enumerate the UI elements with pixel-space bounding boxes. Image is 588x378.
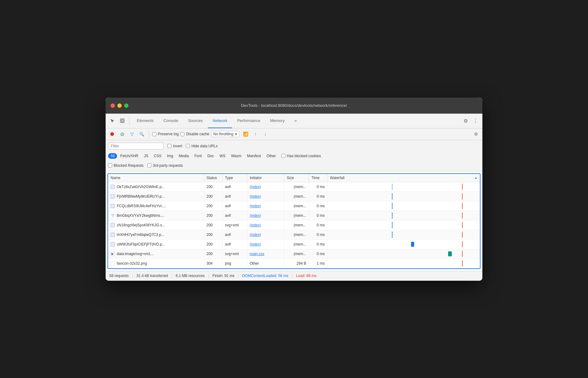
filter-btn-css[interactable]: CSS bbox=[151, 153, 164, 159]
minimize-button[interactable] bbox=[117, 103, 122, 108]
filter-btn-ws[interactable]: WS bbox=[217, 153, 228, 159]
waterfall-red-line-6 bbox=[462, 232, 463, 238]
waterfall-dashed-line-3 bbox=[392, 203, 393, 209]
initiator-link-5[interactable]: (index) bbox=[250, 223, 261, 227]
throttle-selector[interactable]: No throttling ▼ bbox=[211, 131, 240, 137]
block-icon[interactable]: ⊘ bbox=[118, 130, 126, 138]
disable-cache-label[interactable]: Disable cache bbox=[180, 132, 209, 136]
tab-network[interactable]: Network bbox=[208, 113, 233, 128]
close-button[interactable] bbox=[111, 103, 115, 108]
filter-btn-img[interactable]: Img bbox=[165, 153, 176, 159]
cell-type-5: svg+xml bbox=[222, 220, 247, 230]
table-row[interactable]: uWWJfuFbpiClEFjPTdVD.p... 200 avif (inde… bbox=[108, 239, 480, 249]
wifi-icon[interactable]: 📶 bbox=[242, 130, 250, 138]
initiator-link-7[interactable]: (index) bbox=[250, 242, 261, 246]
filter-btn-wasm[interactable]: Wasm bbox=[229, 153, 244, 159]
network-settings-icon[interactable]: ⚙ bbox=[472, 130, 480, 138]
filter-btn-fetchxhr[interactable]: Fetch/XHR bbox=[118, 153, 141, 159]
column-size[interactable]: Size bbox=[284, 174, 309, 182]
table-row[interactable]: favicon-32x32.png 304 png Other 294 B 1 … bbox=[108, 258, 480, 268]
cell-status-6: 200 bbox=[204, 230, 222, 239]
filter-btn-other[interactable]: Other bbox=[264, 153, 278, 159]
column-type[interactable]: Type bbox=[222, 174, 247, 182]
cell-status-2: 200 bbox=[204, 191, 222, 201]
table-row[interactable]: rhXHHi7yxFm6IqiwQ7C3.p... 200 avif (inde… bbox=[108, 230, 480, 239]
column-status[interactable]: Status bbox=[204, 174, 222, 182]
filter-btn-all[interactable]: All bbox=[108, 153, 117, 159]
maximize-button[interactable] bbox=[124, 103, 128, 108]
inspector-icon[interactable] bbox=[118, 116, 127, 125]
column-initiator[interactable]: Initiator bbox=[247, 174, 284, 182]
record-icon[interactable] bbox=[108, 130, 116, 138]
invert-label[interactable]: Invert bbox=[167, 144, 182, 148]
has-blocked-cookies-label[interactable]: Has blocked cookies bbox=[281, 154, 321, 158]
initiator-text-9: Other bbox=[250, 261, 259, 266]
third-party-requests-checkbox[interactable] bbox=[147, 163, 151, 167]
record-dot bbox=[110, 132, 114, 136]
tab-elements[interactable]: Elements bbox=[132, 113, 158, 128]
filter-bar: Invert Hide data URLs All Fetch/XHR JS C… bbox=[106, 140, 482, 171]
cell-name-4: ▽ BmGbqXVYxlY2kwgbNms.... bbox=[108, 211, 204, 220]
status-finish: Finish: 91 ms bbox=[209, 274, 238, 278]
filter-btn-media[interactable]: Media bbox=[176, 153, 191, 159]
search-icon[interactable]: 🔍 bbox=[138, 130, 146, 138]
initiator-link-4[interactable]: (index) bbox=[250, 213, 261, 218]
cell-initiator-2: (index) bbox=[247, 191, 284, 201]
disable-cache-checkbox[interactable] bbox=[180, 132, 184, 136]
cell-name-2: FjVMRBNwMyIlkUElRzYI.p... bbox=[108, 191, 204, 201]
tab-sources[interactable]: Sources bbox=[183, 113, 208, 128]
initiator-link-8[interactable]: main.css bbox=[250, 252, 264, 256]
cell-size-4: (mem... bbox=[284, 211, 309, 220]
invert-checkbox[interactable] bbox=[167, 144, 171, 148]
filter-row-1: Invert Hide data URLs bbox=[108, 141, 480, 151]
has-blocked-cookies-checkbox[interactable] bbox=[281, 154, 285, 158]
column-waterfall[interactable]: Waterfall ▲ bbox=[327, 174, 480, 182]
third-party-requests-label[interactable]: 3rd-party requests bbox=[147, 163, 183, 168]
table-row[interactable]: ▽ BmGbqXVYxlY2kwgbNms.... 200 avif (inde… bbox=[108, 211, 480, 220]
cell-status-7: 200 bbox=[204, 239, 222, 249]
preserve-log-label[interactable]: Preserve log bbox=[152, 132, 178, 136]
filter-btn-font[interactable]: Font bbox=[192, 153, 204, 159]
table-row[interactable]: FCQLdbRS9UMc4eFHzYvI.... 200 avif (index… bbox=[108, 201, 480, 211]
upload-icon[interactable]: ↑ bbox=[251, 130, 259, 138]
cell-waterfall-4 bbox=[327, 211, 480, 220]
tab-console[interactable]: Console bbox=[158, 113, 183, 128]
tab-memory[interactable]: Memory bbox=[265, 113, 290, 128]
column-name[interactable]: Name bbox=[108, 174, 204, 182]
network-toolbar: ⊘ ▽ 🔍 Preserve log Disable cache No thro… bbox=[106, 128, 482, 140]
tab-more[interactable]: » bbox=[290, 113, 302, 128]
tab-performance[interactable]: Performance bbox=[232, 113, 265, 128]
preserve-log-checkbox[interactable] bbox=[152, 132, 156, 136]
cell-type-6: avif bbox=[222, 230, 247, 239]
settings-icon[interactable]: ⚙ bbox=[461, 116, 470, 125]
filter-btn-js[interactable]: JS bbox=[141, 153, 151, 159]
status-bar: 58 requests 31.4 kB transferred 6.1 MB r… bbox=[106, 271, 482, 281]
hide-data-urls-checkbox[interactable] bbox=[186, 144, 190, 148]
blocked-requests-label[interactable]: Blocked Requests bbox=[108, 163, 144, 168]
initiator-link-2[interactable]: (index) bbox=[250, 194, 261, 199]
table-row[interactable]: FjVMRBNwMyIlkUElRzYI.p... 200 avif (inde… bbox=[108, 191, 480, 201]
toolbar-right: ⚙ ⋮ bbox=[461, 116, 480, 125]
table-row[interactable]: OkTz8xZwi0zVh2GWltnE.p... 200 avif (inde… bbox=[108, 182, 480, 191]
table-row[interactable]: zN18ngzI6ejSpoKMYKJG.s... 200 svg+xml (i… bbox=[108, 220, 480, 230]
filter-btn-manifest[interactable]: Manifest bbox=[245, 153, 263, 159]
column-time[interactable]: Time bbox=[309, 174, 327, 182]
blocked-requests-checkbox[interactable] bbox=[108, 163, 112, 167]
cell-size-6: (mem... bbox=[284, 230, 309, 239]
status-load: Load: 88 ms bbox=[292, 274, 320, 278]
file-doc-icon bbox=[111, 204, 115, 208]
kebab-menu-icon[interactable]: ⋮ bbox=[471, 116, 480, 125]
cell-name-7: uWWJfuFbpiClEFjPTdVD.p... bbox=[108, 239, 204, 249]
table-row[interactable]: ▶ data:image/svg+xml,... 200 svg+xml mai… bbox=[108, 249, 480, 258]
hide-data-urls-label[interactable]: Hide data URLs bbox=[186, 144, 218, 148]
cell-waterfall-8 bbox=[327, 249, 480, 258]
initiator-link-3[interactable]: (index) bbox=[250, 204, 261, 208]
initiator-link-6[interactable]: (index) bbox=[250, 233, 261, 237]
filter-icon[interactable]: ▽ bbox=[128, 130, 136, 138]
filter-btn-doc[interactable]: Doc bbox=[205, 153, 216, 159]
filter-input[interactable] bbox=[108, 143, 164, 149]
download-icon[interactable]: ↓ bbox=[261, 130, 269, 138]
cursor-icon[interactable] bbox=[108, 116, 117, 125]
initiator-link-1[interactable]: (index) bbox=[250, 185, 261, 189]
cell-type-3: avif bbox=[222, 201, 247, 211]
